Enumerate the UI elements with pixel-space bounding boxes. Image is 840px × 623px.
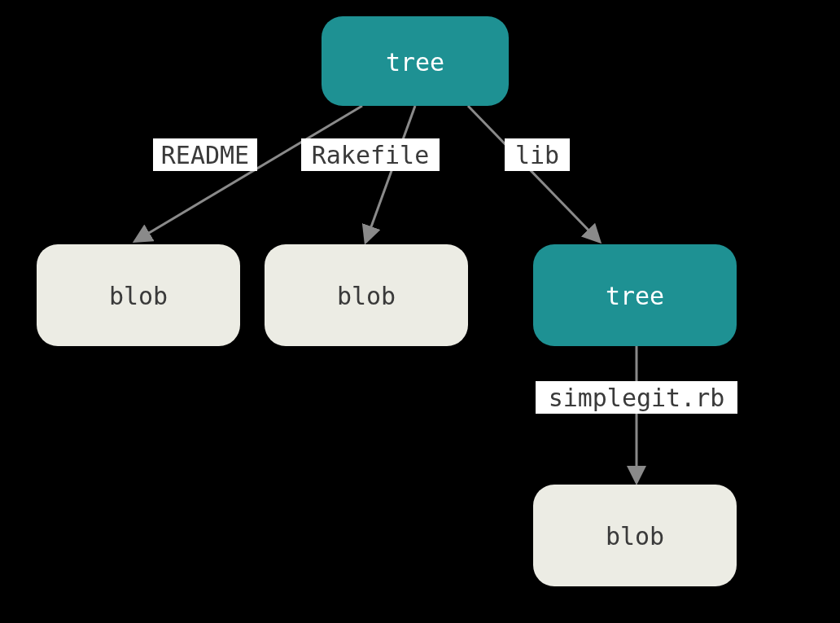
- node-readme-blob-label: blob: [109, 282, 168, 310]
- edge-label-simplegit: simplegit.rb: [549, 384, 725, 412]
- edge-root-readme: [137, 106, 362, 240]
- node-simplegit-blob-label: blob: [606, 522, 664, 551]
- node-lib-tree-label: tree: [606, 282, 664, 310]
- edge-label-rakefile: Rakefile: [312, 141, 430, 169]
- edge-root-lib: [468, 106, 598, 240]
- git-object-tree-diagram: README Rakefile lib simplegit.rb tree bl…: [0, 0, 840, 623]
- node-root-tree-label: tree: [386, 48, 444, 77]
- edge-root-rakefile: [366, 106, 415, 240]
- edge-label-readme: README: [161, 141, 249, 169]
- edge-label-lib: lib: [515, 141, 559, 169]
- node-rakefile-blob-label: blob: [337, 282, 396, 310]
